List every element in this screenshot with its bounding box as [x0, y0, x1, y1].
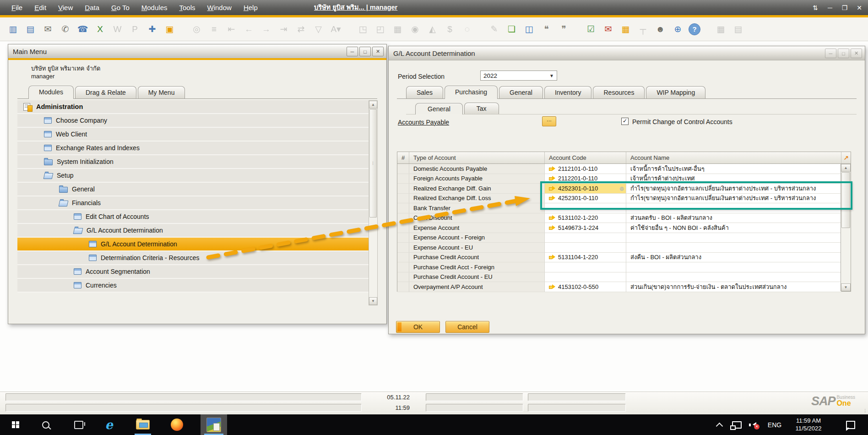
account-code-cell[interactable]: 5131102-1-220 [545, 213, 626, 223]
web-browser-icon[interactable]: ⊕ [671, 22, 684, 36]
chat-reply-icon[interactable]: ❞ [557, 22, 570, 36]
account-code-cell[interactable] [545, 262, 626, 272]
print-preview-icon[interactable]: ▥ [6, 22, 20, 36]
column-header-account-code[interactable]: Account Code [545, 152, 626, 163]
subtab-tax[interactable]: Tax [464, 103, 499, 114]
scroll-up-icon[interactable]: ▲ [841, 164, 851, 172]
tab-my-menu[interactable]: My Menu [138, 86, 185, 98]
tree-item-currencies[interactable]: Currencies [17, 279, 369, 293]
account-code-cell[interactable] [545, 272, 626, 283]
account-code-cell[interactable]: 2112201-0-110 [545, 174, 626, 184]
menu-edit[interactable]: Edit [28, 0, 52, 15]
tab-inventory[interactable]: Inventory [544, 86, 592, 98]
cancel-button[interactable]: Cancel [445, 321, 489, 333]
browse-accounts-button[interactable]: ... [542, 116, 556, 126]
maximize-button[interactable]: □ [838, 49, 849, 58]
link-arrow-icon[interactable] [549, 186, 555, 191]
link-arrow-icon[interactable] [549, 196, 555, 201]
link-arrow-icon[interactable] [549, 225, 555, 230]
sap-b1-taskbar-button[interactable] [201, 414, 227, 435]
menu-modules[interactable]: Modules [136, 0, 174, 15]
network-button[interactable] [729, 414, 744, 435]
scrollbar-thumb[interactable] [841, 172, 850, 228]
permit-change-checkbox[interactable]: ✓ [621, 118, 629, 125]
column-header-num[interactable]: # [397, 152, 409, 163]
print-icon[interactable]: ▤ [24, 22, 37, 36]
tree-item-administration[interactable]: Administration [17, 100, 369, 114]
tree-item-web-client[interactable]: Web Client [17, 128, 369, 141]
export-excel-icon[interactable]: X [93, 22, 107, 36]
table-row[interactable]: Overpayment A/P Account4153102-0-550ส่วน… [397, 282, 851, 292]
table-row[interactable]: Cash Discount5131102-1-220ส่วนลดรับ - BO… [397, 213, 851, 223]
close-button[interactable]: ✕ [851, 49, 862, 58]
search-button[interactable] [37, 414, 55, 435]
database-tools-icon[interactable]: ◫ [522, 22, 536, 36]
table-row[interactable]: Expense Account5149673-1-224ค่าใช้จ่ายอื… [397, 223, 851, 233]
column-header-type-of-account[interactable]: Type of Account [409, 152, 545, 163]
start-button[interactable] [6, 414, 25, 435]
table-row[interactable]: Realized Exchange Diff. Gain4252301-0-11… [397, 184, 851, 194]
tab-modules[interactable]: Modules [28, 86, 74, 99]
minimize-button[interactable]: ─ [825, 49, 836, 58]
table-row[interactable]: Expense Account - Foreign [397, 233, 851, 243]
internet-explorer-button[interactable]: e [100, 414, 118, 435]
volume-button[interactable]: ✕ [745, 414, 762, 435]
table-row[interactable]: Foreign Accounts Payable2112201-0-110เจ้… [397, 174, 851, 184]
tree-item-g-l-account-determination[interactable]: G/L Account Determination [17, 238, 369, 251]
account-code-cell[interactable]: 4252301-0-110◍ [545, 184, 626, 194]
menu-data[interactable]: Data [79, 0, 105, 15]
tree-item-setup[interactable]: Setup [17, 169, 369, 183]
account-code-cell[interactable]: 4153102-0-550 [545, 282, 626, 292]
tab-general[interactable]: General [499, 86, 543, 98]
menu-window[interactable]: Window [201, 0, 238, 15]
tree-item-g-l-account-determination[interactable]: G/L Account Determination [17, 224, 369, 238]
tree-item-general[interactable]: General [17, 183, 369, 196]
taskbar-clock[interactable]: 11:59 AM 11/5/2022 [786, 414, 831, 435]
gl-window-titlebar[interactable]: G/L Account Determination ─ □ ✕ [389, 46, 865, 60]
link-arrow-icon[interactable] [549, 215, 555, 220]
sms-icon[interactable]: ✆ [59, 22, 72, 36]
account-code-cell[interactable]: 4252301-0-110 [545, 194, 626, 204]
tree-scrollbar[interactable]: ▲ ⁞ ▼ [369, 100, 378, 305]
menu-file[interactable]: File [5, 0, 28, 15]
table-row[interactable]: Purchase Credit Account5131104-1-220ส่งค… [397, 253, 851, 263]
menu-go-to[interactable]: Go To [105, 0, 136, 15]
column-header-account-name[interactable]: Account Name [626, 152, 841, 163]
link-arrow-icon[interactable] [549, 166, 555, 171]
restore-button[interactable]: ❐ [840, 4, 850, 11]
tree-item-edit-chart-of-accounts[interactable]: Edit Chart of Accounts [17, 210, 369, 224]
fax-icon[interactable]: ☎ [76, 22, 89, 36]
table-row[interactable]: Purchase Credit Account - EU [397, 272, 851, 283]
scroll-down-icon[interactable]: ▼ [369, 297, 377, 305]
close-button[interactable]: ✕ [854, 4, 864, 11]
link-arrow-icon[interactable] [549, 255, 555, 260]
checklist-icon[interactable]: ☑ [584, 22, 597, 36]
account-code-cell[interactable] [545, 243, 626, 253]
table-row[interactable]: Expense Account - EU [397, 243, 851, 253]
tree-item-system-initialization[interactable]: System Initialization [17, 155, 369, 169]
subtab-general[interactable]: General [415, 103, 463, 114]
tree-item-account-segmentation[interactable]: Account Segmentation [17, 265, 369, 279]
file-explorer-button[interactable] [133, 414, 153, 435]
maximize-button[interactable]: □ [359, 47, 371, 56]
create-document-icon[interactable]: ❏ [505, 22, 518, 36]
table-row[interactable]: Purchase Credit Acct - Foreign [397, 262, 851, 272]
tab-wip-mapping[interactable]: WIP Mapping [646, 86, 705, 98]
firefox-button[interactable] [167, 414, 187, 435]
main-menu-titlebar[interactable]: Main Menu ─ □ ✕ [8, 44, 386, 60]
close-button[interactable]: ✕ [372, 47, 384, 56]
language-indicator[interactable]: ENG [765, 414, 785, 435]
ok-button[interactable]: OK [396, 321, 440, 333]
chat-icon[interactable]: ❝ [540, 22, 553, 36]
table-row[interactable]: Bank Transfer [397, 203, 851, 213]
link-arrow-icon[interactable] [549, 176, 555, 181]
table-scrollbar[interactable]: ▲ ▼ [841, 164, 851, 291]
table-row[interactable]: Realized Exchange Diff. Loss4252301-0-11… [397, 194, 851, 204]
task-view-button[interactable] [70, 414, 88, 435]
scroll-up-icon[interactable]: ▲ [369, 101, 377, 109]
tree-item-exchange-rates-and-indexes[interactable]: Exchange Rates and Indexes [17, 141, 369, 155]
period-selection-dropdown[interactable]: 2022 ▼ [480, 71, 557, 81]
email-icon[interactable]: ✉ [41, 22, 54, 36]
employee-icon[interactable]: ☻ [654, 22, 667, 36]
menu-help[interactable]: Help [238, 0, 264, 15]
